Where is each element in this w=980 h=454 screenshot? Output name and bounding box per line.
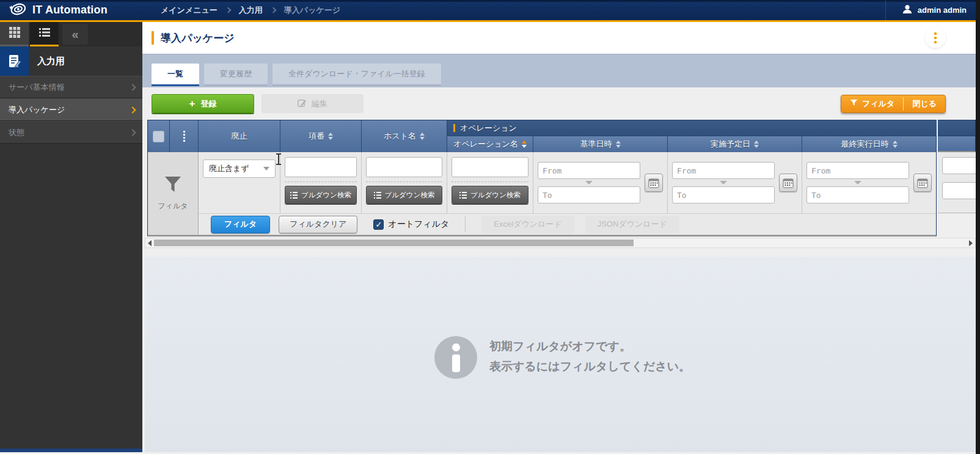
filter-toggle-segment[interactable]: フィルタ (841, 95, 903, 112)
sidebar-filler (0, 144, 142, 449)
column-header-index[interactable]: 項番 (280, 120, 362, 152)
planned-date-calendar-button[interactable] (779, 174, 797, 192)
scroll-right-button[interactable] (967, 240, 975, 246)
sidebar-tab-list[interactable] (30, 22, 59, 46)
select-arrow-icon (263, 167, 269, 170)
sort-icon[interactable] (893, 141, 898, 148)
chevron-right-icon (129, 129, 136, 136)
sort-icon[interactable] (754, 141, 759, 148)
index-pulldown-search-button[interactable]: プルダウン検索 (285, 186, 357, 204)
scroll-left-icon (148, 240, 152, 246)
kebab-menu-icon (934, 32, 937, 43)
app-logo[interactable]: IT Automation (0, 1, 142, 20)
sidebar-tab-grid[interactable] (0, 22, 29, 46)
filter-button[interactable]: フィルタ (211, 216, 270, 233)
sort-icon[interactable] (328, 133, 333, 140)
hostname-filter-input[interactable] (366, 157, 442, 177)
clipped-header-cell (938, 136, 976, 152)
filter-close-label: 閉じる (912, 98, 937, 109)
chevron-right-icon (129, 84, 136, 90)
title-accent-bar (152, 31, 154, 45)
operation-name-filter-input[interactable] (452, 157, 528, 177)
sidebar-item-server-basic-info[interactable]: サーバ基本情報 (0, 76, 142, 98)
range-triangle-icon (854, 181, 861, 185)
sidebar-item-deploy-package[interactable]: 導入パッケージ (0, 98, 142, 121)
filter-toggle-label: フィルタ (862, 98, 894, 109)
filter-cell-hostname: プルダウン検索 (362, 152, 447, 213)
pulldown-search-label: プルダウン検索 (385, 191, 435, 200)
column-label: 基準日時 (580, 139, 612, 150)
column-label: オペレーション名 (453, 139, 518, 150)
register-button[interactable]: + 登録 (152, 94, 254, 113)
scroll-left-button[interactable] (145, 240, 154, 246)
column-header-discard[interactable]: 廃止 (199, 120, 280, 152)
filter-cell-label: フィルタ (158, 201, 188, 211)
discard-filter-value: 廃止含まず (209, 163, 249, 174)
sidebar-item-label: 導入パッケージ (9, 104, 65, 115)
index-filter-input[interactable] (285, 157, 357, 177)
empty-state-line1: 初期フィルタがオフです。 (489, 336, 690, 356)
plus-icon: + (189, 98, 196, 110)
breadcrumb-main-menu[interactable]: メインメニュー (161, 5, 218, 16)
planned-date-from-input[interactable] (672, 162, 775, 179)
dashed-separator (285, 181, 357, 182)
page-menu-button[interactable] (925, 27, 946, 48)
base-date-from-input[interactable] (538, 162, 640, 179)
hostname-pulldown-search-button[interactable]: プルダウン検索 (366, 186, 442, 204)
select-all-checkbox[interactable] (153, 131, 164, 142)
sidebar-item-status[interactable]: 状態 (0, 121, 142, 144)
last-run-to-input[interactable] (806, 186, 909, 203)
breadcrumb: メインメニュー 入力用 導入パッケージ (161, 5, 340, 16)
sidebar-collapse-button[interactable]: « (62, 24, 88, 45)
user-menu[interactable]: admin admin (885, 0, 980, 20)
list-icon (38, 27, 51, 40)
last-run-calendar-button[interactable] (913, 174, 932, 192)
breadcrumb-current: 導入パッケージ (284, 5, 340, 16)
table-zone: 廃止 項番 ホスト名 オペレーション (142, 120, 980, 236)
page-title: 導入パッケージ (161, 31, 235, 45)
filter-toggle-button[interactable]: フィルタ 閉じる (841, 95, 946, 113)
breadcrumb-input-menu[interactable]: 入力用 (239, 5, 263, 16)
last-run-from-input[interactable] (806, 162, 909, 179)
sort-icon[interactable] (420, 133, 425, 140)
tab-list[interactable]: 一覧 (152, 64, 199, 86)
operation-group-header: オペレーション (447, 120, 937, 136)
column-header-last-run[interactable]: 最終実行日時 (802, 136, 936, 152)
column-header-hostname[interactable]: ホスト名 (362, 120, 447, 152)
base-date-calendar-button[interactable] (645, 174, 663, 192)
planned-date-to-input[interactable] (672, 186, 775, 203)
horizontal-scrollbar[interactable] (145, 238, 976, 248)
collapse-chevrons-icon: « (71, 27, 78, 42)
sort-icon[interactable] (616, 141, 621, 148)
breadcrumb-separator-icon (225, 7, 231, 13)
tab-change-history[interactable]: 変更履歴 (204, 64, 268, 86)
register-button-label: 登録 (200, 98, 216, 109)
discard-filter-select[interactable]: 廃止含まず (203, 159, 276, 178)
sort-icon-active[interactable] (522, 141, 527, 148)
column-header-base-date[interactable]: 基準日時 (533, 136, 668, 152)
sidebar-tabs: « (0, 22, 142, 46)
base-date-to-input[interactable] (538, 186, 640, 203)
filter-actions-row: フィルタ フィルタクリア ✓ オートフィルタ Excelダウンロード JSONダ… (199, 213, 936, 235)
sidebar: « 入力用 サーバ基本情報 導入パッケージ 状態 (0, 22, 142, 452)
scrollbar-thumb[interactable] (154, 240, 634, 246)
operation-name-pulldown-search-button[interactable]: プルダウン検索 (452, 186, 528, 204)
tab-strip: 一覧 変更履歴 全件ダウンロード・ファイル一括登録 (142, 54, 980, 87)
column-label: 最終実行日時 (841, 139, 889, 150)
pulldown-search-label: プルダウン検索 (470, 191, 521, 200)
filter-cell-last-run (802, 152, 936, 213)
select-all-cell[interactable] (148, 120, 170, 152)
kebab-menu-icon (183, 131, 185, 142)
filter-clear-button[interactable]: フィルタクリア (279, 216, 357, 233)
column-header-planned-date[interactable]: 実施予定日 (668, 136, 802, 152)
filter-close-segment[interactable]: 閉じる (904, 95, 945, 112)
sidebar-footer-strip (0, 449, 142, 452)
operation-column-group: オペレーション オペレーション名 基準日時 (447, 120, 937, 152)
autofilter-checkbox[interactable]: ✓ (373, 219, 384, 230)
tab-bulk-download-register[interactable]: 全件ダウンロード・ファイル一括登録 (272, 64, 441, 86)
window-right-edge (976, 0, 980, 454)
funnel-icon (850, 99, 858, 109)
pulldown-search-label: プルダウン検索 (301, 191, 351, 200)
column-header-operation-name[interactable]: オペレーション名 (447, 136, 533, 152)
empty-state-panel: 初期フィルタがオフです。 表示するにはフィルタしてください。 (145, 257, 980, 452)
